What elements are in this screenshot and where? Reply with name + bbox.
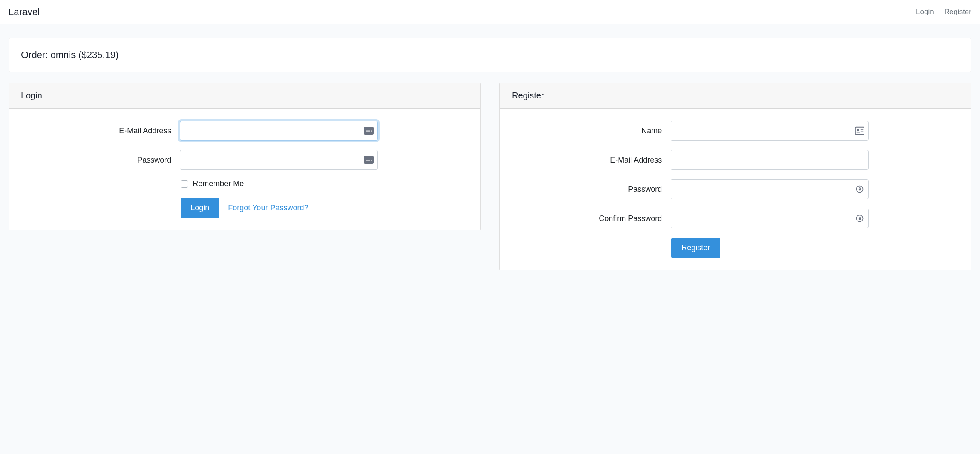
password-manager-icon[interactable] (364, 156, 374, 164)
login-password-label: Password (18, 156, 180, 165)
svg-rect-3 (861, 131, 863, 131)
login-button[interactable]: Login (181, 198, 219, 218)
register-password-field-wrap (671, 179, 869, 199)
login-email-label: E-Mail Address (18, 126, 180, 135)
remember-checkbox[interactable] (181, 180, 188, 188)
login-email-row: E-Mail Address (18, 121, 468, 141)
register-password-row: Password (508, 179, 959, 199)
order-container: Order: omnis ($235.19) (0, 24, 980, 83)
register-email-input[interactable] (671, 150, 869, 170)
login-action-row: Login Forgot Your Password? (18, 198, 468, 218)
lock-icon[interactable] (855, 185, 864, 193)
svg-rect-5 (859, 189, 861, 190)
register-email-field-wrap (671, 150, 869, 170)
remember-container: Remember Me (180, 179, 244, 188)
svg-rect-7 (859, 218, 861, 220)
login-card-header: Login (9, 83, 480, 109)
contact-card-icon[interactable] (855, 126, 864, 135)
register-confirm-field-wrap (671, 209, 869, 228)
register-name-row: Name (508, 121, 959, 141)
login-password-input[interactable] (180, 150, 378, 170)
login-col: Login E-Mail Address Password (9, 83, 481, 270)
login-password-row: Password (18, 150, 468, 170)
nav-login-link[interactable]: Login (916, 8, 934, 16)
login-password-field-wrap (180, 150, 378, 170)
login-card-body: E-Mail Address Password (9, 109, 480, 230)
lock-icon[interactable] (855, 214, 864, 223)
password-manager-icon[interactable] (364, 126, 374, 135)
register-confirm-input[interactable] (671, 209, 869, 228)
svg-rect-2 (861, 129, 863, 129)
register-password-label: Password (508, 185, 671, 194)
order-card: Order: omnis ($235.19) (9, 38, 971, 72)
register-confirm-row: Confirm Password (508, 209, 959, 228)
forgot-password-link[interactable]: Forgot Your Password? (228, 203, 308, 212)
register-email-label: E-Mail Address (508, 156, 671, 165)
register-card: Register Name E-Mail Address (499, 83, 971, 270)
nav-register-link[interactable]: Register (944, 8, 971, 16)
register-confirm-label: Confirm Password (508, 214, 671, 223)
navbar-nav: Login Register (916, 8, 971, 16)
remember-row: Remember Me (18, 179, 468, 188)
login-email-field-wrap (180, 121, 378, 141)
register-card-body: Name E-Mail Address Password (500, 109, 971, 270)
login-card: Login E-Mail Address Password (9, 83, 481, 230)
cards-row: Login E-Mail Address Password (0, 83, 980, 279)
register-email-row: E-Mail Address (508, 150, 959, 170)
register-button[interactable]: Register (671, 238, 720, 258)
svg-point-1 (857, 129, 859, 131)
order-text: Order: omnis ($235.19) (21, 49, 119, 60)
register-name-input[interactable] (671, 121, 869, 141)
register-action-row: Register (508, 238, 959, 258)
navbar-brand[interactable]: Laravel (9, 6, 40, 18)
register-name-field-wrap (671, 121, 869, 141)
register-name-label: Name (508, 126, 671, 135)
register-card-header: Register (500, 83, 971, 109)
login-email-input[interactable] (180, 121, 378, 141)
remember-label[interactable]: Remember Me (193, 179, 244, 188)
register-col: Register Name E-Mail Address (499, 83, 971, 270)
register-password-input[interactable] (671, 179, 869, 199)
navbar: Laravel Login Register (0, 0, 980, 24)
